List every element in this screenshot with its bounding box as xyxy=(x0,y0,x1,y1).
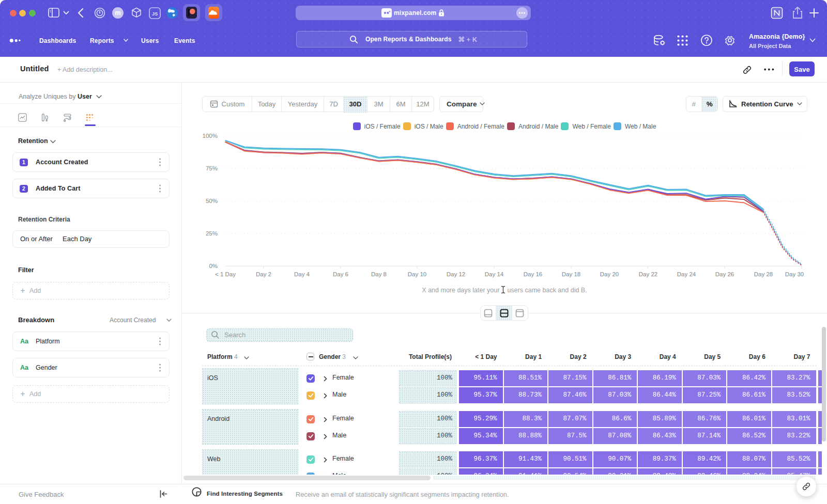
svg-text:JS: JS xyxy=(152,11,158,17)
